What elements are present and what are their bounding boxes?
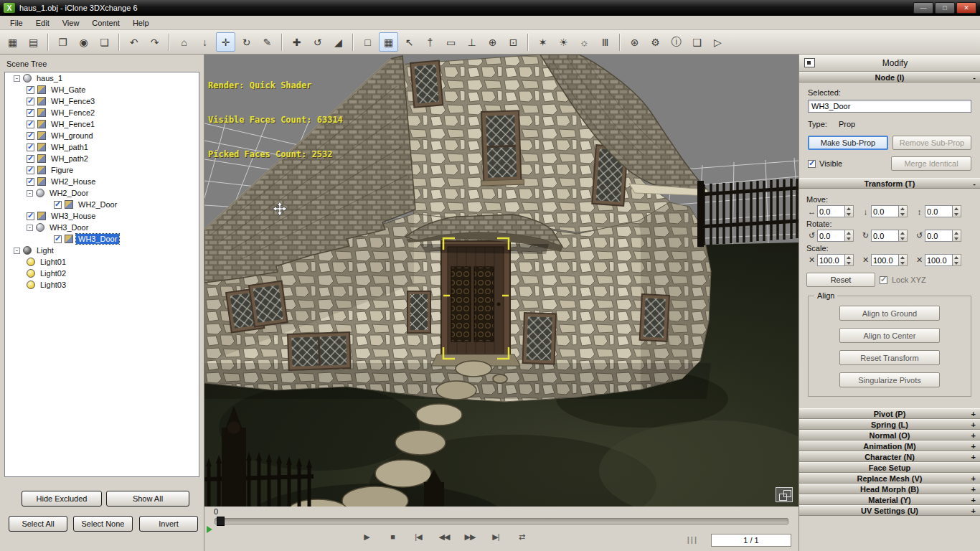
world-globe-icon[interactable]: ⊛ [625,32,644,52]
viewport-maximize-icon[interactable] [776,487,793,502]
expand-plus-icon[interactable]: + [971,409,976,419]
stop-icon[interactable]: ■ [385,532,400,542]
scale-value-field[interactable] [817,254,845,266]
section-node[interactable]: Node (I) - [799,72,980,83]
go-first-icon[interactable]: |◀ [411,532,425,542]
singularize-pivots-button[interactable]: Singularize Pivots [839,372,940,387]
tree-visibility-checkbox[interactable] [27,155,34,163]
tree-item-label[interactable]: Light01 [38,257,68,267]
tree-item-label[interactable]: WH_path1 [49,142,90,152]
tree-item-label[interactable]: WH_Fence1 [49,119,97,129]
loop-icon[interactable]: ⇄ [514,532,529,542]
tree-visibility-checkbox[interactable] [27,98,34,105]
section-face-setup[interactable]: Face Setup [799,462,980,473]
spinner-arrows-icon[interactable] [845,205,854,217]
invert-selection-button[interactable]: Invert [139,516,198,532]
show-all-button[interactable]: Show All [106,491,189,507]
send-to-iclone-icon[interactable]: ▷ [708,32,727,52]
expand-plus-icon[interactable]: + [971,495,976,505]
timeline-grip[interactable]: ||| [687,535,698,544]
pan-camera-icon[interactable]: ↓ [195,32,215,52]
pick-tool-icon[interactable]: ✎ [258,32,277,52]
tree-item-label[interactable]: Figure [49,165,75,175]
undo-icon[interactable]: ↶ [124,32,143,52]
expand-plus-icon[interactable]: + [971,441,976,451]
expand-plus-icon[interactable]: + [971,484,976,494]
select-none-button[interactable]: Select None [73,516,133,532]
visible-checkbox[interactable] [808,160,816,168]
tree-expander-icon[interactable]: - [27,225,33,231]
tree-visibility-checkbox[interactable] [54,235,62,243]
menu-edit[interactable]: Edit [29,17,56,29]
tree-item-label[interactable]: WH3_Door [76,234,119,244]
tree-expander-icon[interactable]: - [14,248,20,254]
tree-item-label[interactable]: WH_ground [49,131,95,141]
go-last-icon[interactable]: ▶| [489,532,503,542]
door-selected-prop[interactable] [431,241,520,366]
collapse-minus-icon[interactable]: - [973,72,976,83]
pin-tool-icon[interactable]: † [420,32,440,52]
move-axis-icon[interactable]: ↓ [860,207,871,216]
spinner-arrows-icon[interactable] [845,254,854,266]
section-head-morph-b[interactable]: Head Morph (B)+ [799,484,980,494]
scene-manager-icon[interactable]: ▦ [3,32,22,52]
timeline-slider[interactable] [215,518,788,524]
make-subprop-button[interactable]: Make Sub-Prop [808,136,888,150]
selected-name-field[interactable] [808,100,971,113]
scale-gizmo-icon[interactable]: ◢ [329,32,348,52]
rotate-value-field[interactable] [871,230,899,242]
reset-transform-button[interactable]: Reset Transform [839,350,940,365]
pointer-axis-icon[interactable]: ↖ [400,32,419,52]
tree-item-label[interactable]: WH_Gate [49,85,88,95]
scene-tree[interactable]: -haus_1WH_GateWH_Fence3WH_Fence2WH_Fence… [4,72,199,477]
tree-item-label[interactable]: WH_Fence3 [49,96,97,106]
move-value-field[interactable] [925,205,953,217]
spinner-arrows-icon[interactable] [953,230,961,242]
scale-value-field[interactable] [925,254,953,266]
viewport-3d[interactable]: Render: Quick Shader Visible Faces Count… [204,55,798,507]
scale-axis-icon[interactable]: ✕ [806,255,817,265]
tree-item-label[interactable]: WH3_House [49,211,98,221]
rotate-axis-icon[interactable]: ↻ [860,231,871,240]
tree-visibility-checkbox[interactable] [27,121,34,128]
duplicate-icon[interactable]: ❑ [687,32,707,52]
tree-visibility-checkbox[interactable] [27,212,34,220]
drop-to-floor-icon[interactable]: ⊥ [462,32,481,52]
tree-visibility-checkbox[interactable] [27,132,34,140]
tree-item-label[interactable]: Light [34,245,56,255]
frame-counter-field[interactable]: 1 / 1 [711,534,791,547]
reset-button[interactable]: Reset [806,273,875,287]
section-pivot-p[interactable]: Pivot (P)+ [799,408,980,419]
translate-gizmo-icon[interactable]: ✚ [287,32,306,52]
spinner-arrows-icon[interactable] [899,205,908,217]
rotate-axis-icon[interactable]: ↺ [914,231,925,240]
tree-item-label[interactable]: WH2_Door [76,199,119,209]
sphere-mode-icon[interactable]: ⊕ [483,32,502,52]
grid-toggle-icon[interactable]: ▦ [379,32,398,52]
scale-axis-icon[interactable]: ✕ [914,255,925,265]
stage-mode-icon[interactable]: Ⅲ [595,32,615,52]
focus-selected-icon[interactable]: ⊡ [504,32,523,52]
minimize-button[interactable]: — [913,2,933,14]
close-button[interactable]: ✕ [956,2,976,14]
rotate-value-field[interactable] [817,230,845,242]
tree-item-label[interactable]: haus_1 [34,73,65,83]
tree-item-label[interactable]: WH3_Door [47,222,90,232]
section-spring-l[interactable]: Spring (L)+ [799,419,980,430]
export-model-icon[interactable]: ❏ [95,32,114,52]
tree-expander-icon[interactable]: - [14,75,20,82]
rotate-axis-icon[interactable]: ↺ [806,231,817,240]
tree-visibility-checkbox[interactable] [27,109,34,117]
tools-wrench-icon[interactable]: ⚙ [646,32,665,52]
spinner-arrows-icon[interactable] [953,254,961,266]
merge-identical-button[interactable]: Merge Identical [891,156,971,171]
dock-panel-icon[interactable] [804,58,815,67]
import-model-icon[interactable]: ❐ [53,32,72,52]
section-replace-mesh-v[interactable]: Replace Mesh (V)+ [799,473,980,484]
tree-item-label[interactable]: WH2_House [49,176,98,187]
rotate-gizmo-icon[interactable]: ↺ [308,32,327,52]
tree-visibility-checkbox[interactable] [27,143,34,151]
remove-subprop-button[interactable]: Remove Sub-Prop [892,136,971,150]
menu-file[interactable]: File [4,17,29,29]
auto-light-icon[interactable]: ✶ [533,32,552,52]
